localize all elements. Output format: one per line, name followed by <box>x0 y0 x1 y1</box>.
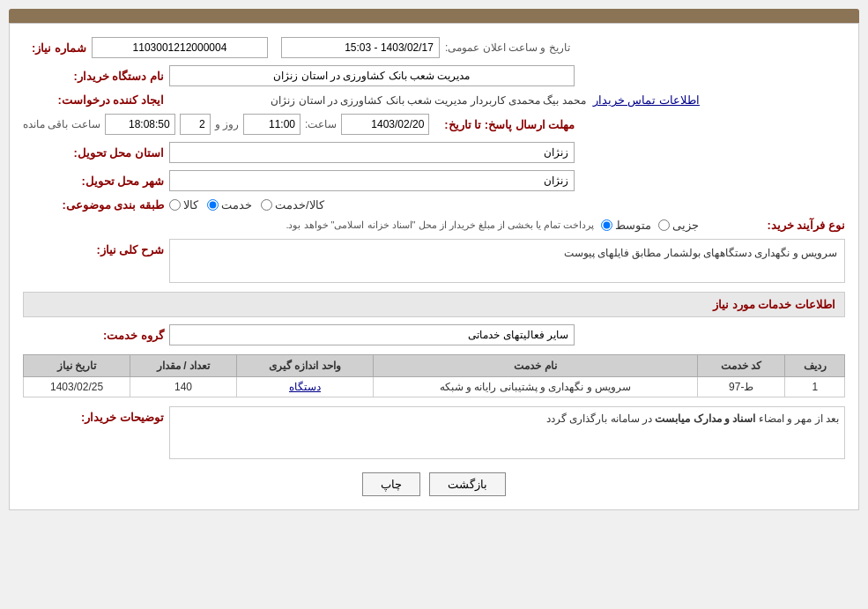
services-section-header: اطلاعات خدمات مورد نیاز <box>23 292 845 317</box>
category-kala-label: کالا <box>183 198 198 212</box>
service-group-input <box>169 324 575 345</box>
radio-khadamat[interactable] <box>207 199 219 211</box>
col-row: ردیف <box>785 355 845 377</box>
deadline-time-label: ساعت: <box>305 118 337 130</box>
category-khadamat-label: خدمت <box>221 198 252 212</box>
process-jozei[interactable]: جزیی <box>658 219 699 232</box>
buyer-notes-box: بعد از مهر و امضاء اسناد و مدارک میابست … <box>169 406 845 459</box>
back-button[interactable]: بازگشت <box>429 472 506 496</box>
deadline-date-input <box>341 114 429 135</box>
process-label: نوع فرآیند خرید: <box>704 219 845 232</box>
cell-name: سرویس و نگهداری و پشتیبانی رایانه و شبکه <box>373 377 697 397</box>
radio-jozei[interactable] <box>658 219 670 231</box>
description-box: سرویس و نگهداری دستگاههای بولشمار مطابق … <box>169 239 845 283</box>
category-kala[interactable]: کالا <box>169 198 198 212</box>
category-kala-khadamat[interactable]: کالا/خدمت <box>261 198 324 212</box>
province-label: استان محل تحویل: <box>23 146 164 160</box>
date-label: تاریخ و ساعت اعلان عمومی: <box>445 41 570 54</box>
deadline-remaining-input <box>105 114 175 135</box>
col-quantity: تعداد / مقدار <box>130 355 237 377</box>
category-khadamat[interactable]: خدمت <box>207 198 252 212</box>
radio-kala[interactable] <box>169 199 181 211</box>
date-input[interactable] <box>281 37 440 58</box>
cell-unit[interactable]: دستگاه <box>237 377 374 397</box>
process-motevaset[interactable]: متوسط <box>601 219 651 232</box>
cell-quantity: 140 <box>130 377 237 397</box>
creator-value: محمد بیگ محمدی کاربردار مدیریت شعب بانک … <box>271 94 585 107</box>
creator-label: ایجاد کننده درخواست: <box>23 93 164 107</box>
button-row: بازگشت چاپ <box>23 472 845 496</box>
col-code: کد خدمت <box>698 355 785 377</box>
col-name: نام خدمت <box>373 355 697 377</box>
col-date: تاریخ نیاز <box>24 355 130 377</box>
table-row: 1 ط-97 سرویس و نگهداری و پشتیبانی رایانه… <box>24 377 845 397</box>
services-table-section: ردیف کد خدمت نام خدمت واحد اندازه گیری ت… <box>23 354 845 397</box>
radio-kala-khadamat[interactable] <box>261 199 272 211</box>
service-group-label: گروه خدمت: <box>23 329 164 342</box>
description-label: شرح کلی نیاز: <box>23 239 164 256</box>
buyer-org-label: نام دستگاه خریدار: <box>23 70 164 83</box>
page-title <box>9 9 859 23</box>
deadline-days-label: روز و <box>215 118 239 130</box>
services-table: ردیف کد خدمت نام خدمت واحد اندازه گیری ت… <box>23 354 845 397</box>
cell-date: 1403/02/25 <box>24 377 130 397</box>
buyer-org-input <box>169 65 575 86</box>
deadline-label: مهلت ارسال پاسخ: تا تاریخ: <box>434 118 575 131</box>
deadline-time-input <box>243 114 300 135</box>
deadline-days-input <box>180 114 211 135</box>
contact-link[interactable]: اطلاعات تماس خریدار <box>593 93 700 107</box>
cell-row: 1 <box>785 377 845 397</box>
city-input <box>169 170 575 191</box>
need-number-label: شماره نیاز: <box>23 41 86 55</box>
city-label: شهر محل تحویل: <box>23 175 164 188</box>
buyer-notes-label: توضیحات خریدار: <box>23 406 164 424</box>
col-unit: واحد اندازه گیری <box>237 355 374 377</box>
category-kala-khadamat-label: کالا/خدمت <box>275 198 324 212</box>
cell-code: ط-97 <box>698 377 785 397</box>
deadline-remaining-label: ساعت باقی مانده <box>23 118 100 130</box>
radio-motevaset[interactable] <box>601 219 612 231</box>
process-note: پرداخت تمام یا بخشی از مبلغ خریدار از مح… <box>23 219 594 231</box>
province-input <box>169 142 575 163</box>
process-jozei-label: جزیی <box>672 219 699 232</box>
process-motevaset-label: متوسط <box>615 219 651 232</box>
category-label: طبقه بندی موضوعی: <box>23 198 164 212</box>
print-button[interactable]: چاپ <box>362 472 420 496</box>
need-number-input <box>92 37 268 58</box>
